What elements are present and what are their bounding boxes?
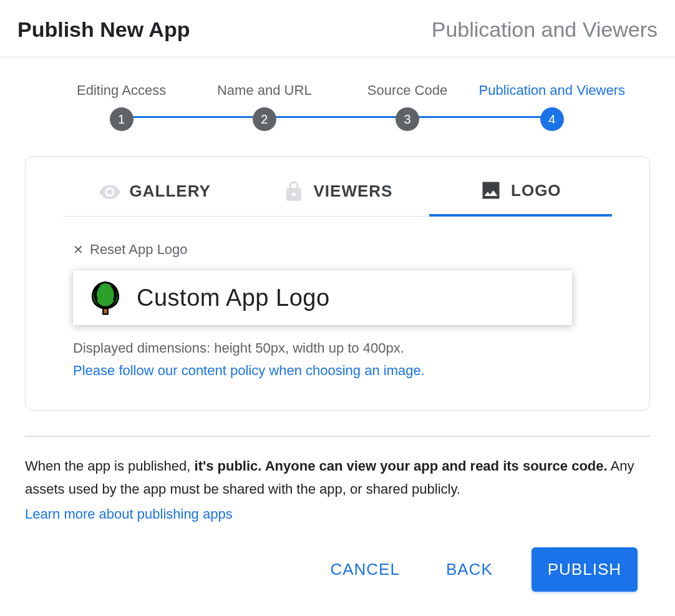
step-connector <box>122 116 265 118</box>
reset-label: Reset App Logo <box>90 242 188 258</box>
logo-preview-text: Custom App Logo <box>137 285 330 311</box>
tab-gallery[interactable]: GALLERY <box>63 173 246 216</box>
tab-label: LOGO <box>511 181 561 200</box>
step-number-circle: 2 <box>253 107 276 131</box>
tab-label: GALLERY <box>130 182 211 201</box>
step-connector <box>407 116 550 118</box>
notice-bold: it's public. Anyone can view your app an… <box>195 458 608 474</box>
back-button[interactable]: BACK <box>439 554 500 585</box>
settings-panel: GALLERY VIEWERS LOGO ✕ Reset App Logo <box>25 156 650 411</box>
image-icon <box>480 179 502 202</box>
dialog-content: Editing Access 1 Name and URL 2 Source C… <box>0 57 675 616</box>
dimensions-hint: Displayed dimensions: height 50px, width… <box>73 340 602 356</box>
step-editing-access[interactable]: Editing Access 1 <box>50 82 193 131</box>
step-label: Source Code <box>367 82 447 99</box>
step-label: Publication and Viewers <box>479 82 625 99</box>
reset-logo-button[interactable]: ✕ Reset App Logo <box>73 242 602 258</box>
tab-viewers[interactable]: VIEWERS <box>246 173 429 216</box>
step-connector <box>265 116 407 118</box>
logo-tab-content: ✕ Reset App Logo Custom App Logo Display… <box>51 217 624 385</box>
dialog-step-name: Publication and Viewers <box>432 17 658 42</box>
lock-icon <box>283 180 305 203</box>
dialog-title: Publish New App <box>17 17 190 42</box>
dialog-header: Publish New App Publication and Viewers <box>0 0 675 57</box>
close-icon: ✕ <box>73 243 84 256</box>
step-label: Editing Access <box>77 82 166 99</box>
section-divider <box>25 436 650 437</box>
step-number-circle: 1 <box>110 107 134 131</box>
publish-button[interactable]: PUBLISH <box>532 547 638 592</box>
step-publication-viewers[interactable]: Publication and Viewers 4 <box>479 82 625 131</box>
step-label: Name and URL <box>217 82 312 99</box>
step-number-circle: 4 <box>540 107 564 131</box>
tab-logo[interactable]: LOGO <box>429 173 612 217</box>
step-name-url[interactable]: Name and URL 2 <box>193 82 336 131</box>
tab-label: VIEWERS <box>314 182 393 201</box>
publish-notice: When the app is published, it's public. … <box>25 454 650 501</box>
content-policy-link[interactable]: Please follow our content policy when ch… <box>73 363 602 379</box>
notice-prefix: When the app is published, <box>25 458 195 474</box>
cancel-button[interactable]: CANCEL <box>323 554 407 585</box>
stepper: Editing Access 1 Name and URL 2 Source C… <box>50 82 625 131</box>
learn-more-link[interactable]: Learn more about publishing apps <box>25 506 233 522</box>
tree-icon <box>87 279 124 316</box>
step-source-code[interactable]: Source Code 3 <box>336 82 478 131</box>
eye-icon <box>99 180 121 203</box>
tab-bar: GALLERY VIEWERS LOGO <box>63 173 612 217</box>
step-number-circle: 3 <box>396 107 419 131</box>
logo-preview-card[interactable]: Custom App Logo <box>73 270 572 325</box>
dialog-footer: CANCEL BACK PUBLISH <box>25 522 650 604</box>
